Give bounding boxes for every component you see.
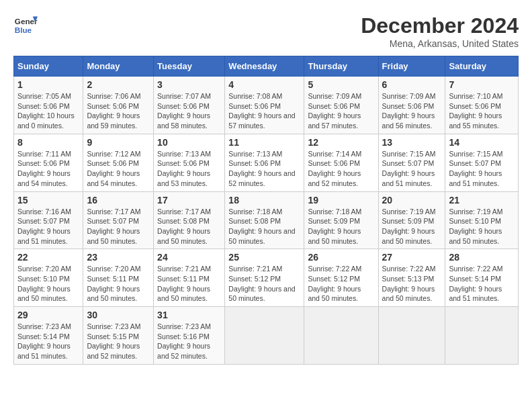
calendar-week-row: 1Sunrise: 7:05 AMSunset: 5:06 PMDaylight… xyxy=(14,77,519,134)
day-info: Sunrise: 7:20 AMSunset: 5:11 PMDaylight:… xyxy=(87,264,150,304)
calendar-day-cell: 1Sunrise: 7:05 AMSunset: 5:06 PMDaylight… xyxy=(14,77,83,134)
day-number: 8 xyxy=(17,137,79,148)
day-of-week-header: Friday xyxy=(378,56,445,77)
day-number: 30 xyxy=(87,310,150,320)
day-info: Sunrise: 7:23 AMSunset: 5:15 PMDaylight:… xyxy=(87,322,150,361)
calendar-day-cell: 7Sunrise: 7:10 AMSunset: 5:06 PMDaylight… xyxy=(445,77,519,134)
day-number: 16 xyxy=(87,195,150,205)
calendar-day-cell: 5Sunrise: 7:09 AMSunset: 5:06 PMDaylight… xyxy=(304,77,378,134)
calendar-day-cell xyxy=(445,307,519,365)
calendar-day-cell: 14Sunrise: 7:15 AMSunset: 5:07 PMDayligh… xyxy=(445,134,519,191)
day-info: Sunrise: 7:17 AMSunset: 5:07 PMDaylight:… xyxy=(87,207,150,246)
day-info: Sunrise: 7:05 AMSunset: 5:06 PMDaylight:… xyxy=(17,91,79,131)
calendar-day-cell: 23Sunrise: 7:20 AMSunset: 5:11 PMDayligh… xyxy=(83,249,154,307)
day-number: 11 xyxy=(228,137,300,148)
calendar-day-cell: 8Sunrise: 7:11 AMSunset: 5:06 PMDaylight… xyxy=(14,134,83,191)
day-info: Sunrise: 7:17 AMSunset: 5:08 PMDaylight:… xyxy=(157,207,221,246)
day-number: 19 xyxy=(308,195,374,205)
calendar-day-cell xyxy=(225,307,304,365)
day-number: 12 xyxy=(308,137,374,148)
day-of-week-header: Thursday xyxy=(304,56,378,77)
svg-text:Blue: Blue xyxy=(15,26,32,34)
calendar-day-cell: 21Sunrise: 7:19 AMSunset: 5:10 PMDayligh… xyxy=(445,191,519,249)
calendar-day-cell: 13Sunrise: 7:15 AMSunset: 5:07 PMDayligh… xyxy=(378,134,445,191)
calendar-day-cell: 26Sunrise: 7:22 AMSunset: 5:12 PMDayligh… xyxy=(304,249,378,307)
day-info: Sunrise: 7:07 AMSunset: 5:06 PMDaylight:… xyxy=(157,91,221,131)
day-number: 20 xyxy=(382,195,442,205)
day-info: Sunrise: 7:19 AMSunset: 5:10 PMDaylight:… xyxy=(449,207,515,246)
calendar-day-cell: 17Sunrise: 7:17 AMSunset: 5:08 PMDayligh… xyxy=(154,191,225,249)
day-info: Sunrise: 7:15 AMSunset: 5:07 PMDaylight:… xyxy=(382,149,442,189)
day-of-week-header: Tuesday xyxy=(154,56,225,77)
day-number: 17 xyxy=(157,195,221,205)
calendar-day-cell: 15Sunrise: 7:16 AMSunset: 5:07 PMDayligh… xyxy=(14,191,83,249)
day-number: 2 xyxy=(87,79,150,90)
day-number: 25 xyxy=(228,252,300,263)
calendar-day-cell: 24Sunrise: 7:21 AMSunset: 5:11 PMDayligh… xyxy=(154,249,225,307)
day-of-week-header: Sunday xyxy=(14,56,83,77)
day-number: 15 xyxy=(17,195,79,205)
calendar-day-cell: 19Sunrise: 7:18 AMSunset: 5:09 PMDayligh… xyxy=(304,191,378,249)
day-number: 24 xyxy=(157,252,221,263)
day-info: Sunrise: 7:19 AMSunset: 5:09 PMDaylight:… xyxy=(382,207,442,246)
calendar-day-cell: 30Sunrise: 7:23 AMSunset: 5:15 PMDayligh… xyxy=(83,307,154,365)
day-info: Sunrise: 7:12 AMSunset: 5:06 PMDaylight:… xyxy=(87,149,150,189)
day-info: Sunrise: 7:18 AMSunset: 5:09 PMDaylight:… xyxy=(308,207,374,246)
calendar-day-cell: 27Sunrise: 7:22 AMSunset: 5:13 PMDayligh… xyxy=(378,249,445,307)
day-number: 9 xyxy=(87,137,150,148)
day-of-week-header: Wednesday xyxy=(225,56,304,77)
page-title: December 2024 xyxy=(361,13,519,38)
day-info: Sunrise: 7:06 AMSunset: 5:06 PMDaylight:… xyxy=(87,91,150,131)
day-info: Sunrise: 7:13 AMSunset: 5:06 PMDaylight:… xyxy=(157,149,221,189)
day-number: 13 xyxy=(382,137,442,148)
day-number: 31 xyxy=(157,310,221,320)
calendar-day-cell: 18Sunrise: 7:18 AMSunset: 5:08 PMDayligh… xyxy=(225,191,304,249)
day-info: Sunrise: 7:16 AMSunset: 5:07 PMDaylight:… xyxy=(17,207,79,246)
day-number: 28 xyxy=(449,252,515,263)
calendar-day-cell: 6Sunrise: 7:09 AMSunset: 5:06 PMDaylight… xyxy=(378,77,445,134)
day-info: Sunrise: 7:08 AMSunset: 5:06 PMDaylight:… xyxy=(228,91,300,131)
calendar-week-row: 15Sunrise: 7:16 AMSunset: 5:07 PMDayligh… xyxy=(14,191,519,249)
day-info: Sunrise: 7:23 AMSunset: 5:14 PMDaylight:… xyxy=(17,322,79,361)
day-info: Sunrise: 7:10 AMSunset: 5:06 PMDaylight:… xyxy=(449,91,515,131)
day-number: 29 xyxy=(17,310,79,320)
header: General Blue December 2024 Mena, Arkansa… xyxy=(13,13,519,49)
day-number: 18 xyxy=(228,195,300,205)
calendar-week-row: 29Sunrise: 7:23 AMSunset: 5:14 PMDayligh… xyxy=(14,307,519,365)
day-info: Sunrise: 7:14 AMSunset: 5:06 PMDaylight:… xyxy=(308,149,374,189)
day-number: 23 xyxy=(87,252,150,263)
day-number: 4 xyxy=(228,79,300,90)
title-area: December 2024 Mena, Arkansas, United Sta… xyxy=(361,13,519,49)
calendar-day-cell: 16Sunrise: 7:17 AMSunset: 5:07 PMDayligh… xyxy=(83,191,154,249)
day-info: Sunrise: 7:20 AMSunset: 5:10 PMDaylight:… xyxy=(17,264,79,304)
day-info: Sunrise: 7:15 AMSunset: 5:07 PMDaylight:… xyxy=(449,149,515,189)
day-info: Sunrise: 7:23 AMSunset: 5:16 PMDaylight:… xyxy=(157,322,221,361)
calendar-day-cell: 3Sunrise: 7:07 AMSunset: 5:06 PMDaylight… xyxy=(154,77,225,134)
day-number: 7 xyxy=(449,79,515,90)
calendar-day-cell: 12Sunrise: 7:14 AMSunset: 5:06 PMDayligh… xyxy=(304,134,378,191)
calendar-week-row: 22Sunrise: 7:20 AMSunset: 5:10 PMDayligh… xyxy=(14,249,519,307)
day-info: Sunrise: 7:13 AMSunset: 5:06 PMDaylight:… xyxy=(228,149,300,189)
day-number: 27 xyxy=(382,252,442,263)
calendar-day-cell: 10Sunrise: 7:13 AMSunset: 5:06 PMDayligh… xyxy=(154,134,225,191)
day-info: Sunrise: 7:09 AMSunset: 5:06 PMDaylight:… xyxy=(382,91,442,131)
calendar-day-cell: 20Sunrise: 7:19 AMSunset: 5:09 PMDayligh… xyxy=(378,191,445,249)
day-info: Sunrise: 7:11 AMSunset: 5:06 PMDaylight:… xyxy=(17,149,79,189)
calendar-day-cell: 31Sunrise: 7:23 AMSunset: 5:16 PMDayligh… xyxy=(154,307,225,365)
day-number: 21 xyxy=(449,195,515,205)
day-number: 5 xyxy=(308,79,374,90)
day-number: 14 xyxy=(449,137,515,148)
logo: General Blue xyxy=(13,13,38,38)
day-number: 3 xyxy=(157,79,221,90)
calendar-day-cell: 4Sunrise: 7:08 AMSunset: 5:06 PMDaylight… xyxy=(225,77,304,134)
day-number: 6 xyxy=(382,79,442,90)
calendar-day-cell: 2Sunrise: 7:06 AMSunset: 5:06 PMDaylight… xyxy=(83,77,154,134)
calendar-day-cell: 22Sunrise: 7:20 AMSunset: 5:10 PMDayligh… xyxy=(14,249,83,307)
calendar-week-row: 8Sunrise: 7:11 AMSunset: 5:06 PMDaylight… xyxy=(14,134,519,191)
calendar-day-cell: 9Sunrise: 7:12 AMSunset: 5:06 PMDaylight… xyxy=(83,134,154,191)
day-info: Sunrise: 7:09 AMSunset: 5:06 PMDaylight:… xyxy=(308,91,374,131)
day-info: Sunrise: 7:21 AMSunset: 5:12 PMDaylight:… xyxy=(228,264,300,304)
calendar-day-cell: 29Sunrise: 7:23 AMSunset: 5:14 PMDayligh… xyxy=(14,307,83,365)
day-number: 10 xyxy=(157,137,221,148)
day-number: 1 xyxy=(17,79,79,90)
